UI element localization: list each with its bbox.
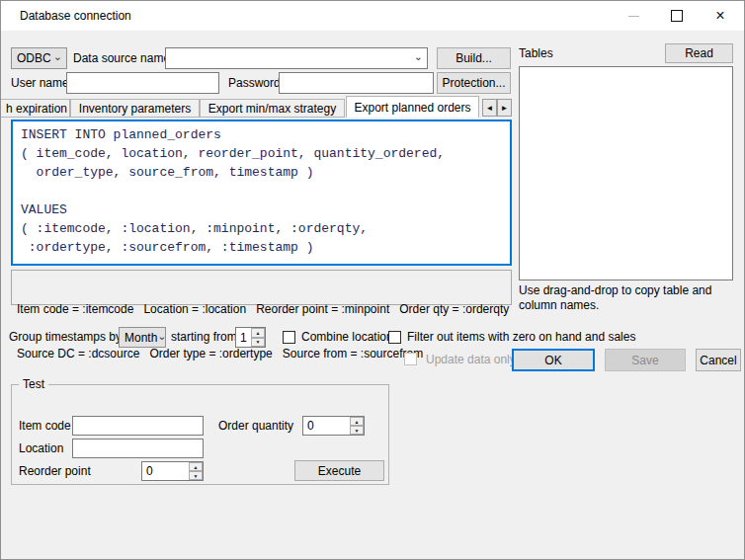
reorder-point-input[interactable] bbox=[142, 462, 189, 480]
spin-up-icon: ▲ bbox=[355, 419, 360, 425]
spin-up-button[interactable]: ▲ bbox=[350, 417, 364, 426]
order-quantity-stepper: ▲ ▼ bbox=[302, 416, 365, 436]
filter-zero-checkbox[interactable] bbox=[388, 331, 401, 344]
spin-up-icon: ▲ bbox=[194, 464, 199, 470]
location-label: Location bbox=[19, 439, 63, 458]
driver-select[interactable]: ODBC ⌄ bbox=[11, 47, 67, 69]
tables-listbox[interactable] bbox=[519, 66, 733, 280]
tab-expiration[interactable]: h expiration bbox=[1, 99, 70, 118]
update-data-only-checkbox bbox=[404, 353, 417, 365]
tab-export-minmax-strategy[interactable]: Export min/max strategy bbox=[200, 99, 345, 118]
arrow-left-icon: ◄ bbox=[486, 104, 494, 113]
cancel-button[interactable]: Cancel bbox=[696, 349, 741, 371]
close-icon: × bbox=[715, 8, 724, 24]
tab-scroll-right-button[interactable]: ► bbox=[497, 99, 512, 117]
minimize-button[interactable] bbox=[618, 1, 649, 31]
test-group-title: Test bbox=[19, 377, 48, 391]
tab-scroll-left-button[interactable]: ◄ bbox=[482, 99, 497, 117]
chevron-down-icon: ⌄ bbox=[414, 51, 427, 61]
spin-down-icon: ▼ bbox=[256, 339, 261, 345]
order-quantity-input[interactable] bbox=[303, 417, 350, 435]
group-timestamps-select[interactable]: Month ⌄ bbox=[119, 327, 166, 348]
dialog-body: ODBC ⌄ Data source name ⌄ Build... User … bbox=[1, 31, 744, 559]
maximize-button[interactable] bbox=[661, 1, 693, 31]
item-code-label: Item code bbox=[19, 416, 71, 436]
reorder-point-label: Reorder point bbox=[19, 461, 91, 481]
data-source-label: Data source name bbox=[73, 47, 170, 69]
password-input[interactable] bbox=[279, 72, 434, 94]
user-name-input[interactable] bbox=[66, 72, 219, 94]
title-bar: Database connection × bbox=[1, 1, 744, 31]
tables-hint: Use drag-and-drop to copy table and colu… bbox=[519, 283, 742, 313]
user-name-label: User name bbox=[11, 72, 69, 94]
reorder-point-stepper: ▲ ▼ bbox=[141, 461, 204, 481]
read-button[interactable]: Read bbox=[665, 43, 733, 63]
order-quantity-label: Order quantity bbox=[218, 416, 293, 436]
minimize-icon bbox=[628, 16, 639, 17]
maximize-icon bbox=[671, 10, 683, 22]
tables-label: Tables bbox=[519, 43, 553, 63]
arrow-right-icon: ► bbox=[501, 104, 509, 113]
save-button: Save bbox=[605, 349, 686, 371]
spin-up-button[interactable]: ▲ bbox=[251, 328, 265, 338]
driver-select-value: ODBC bbox=[17, 51, 51, 65]
spin-up-button[interactable]: ▲ bbox=[189, 462, 203, 471]
close-button[interactable]: × bbox=[704, 1, 736, 31]
group-timestamps-label: Group timestamps by bbox=[9, 327, 122, 348]
combine-locations-checkbox[interactable] bbox=[283, 331, 295, 344]
mapping-legend: Item code = :itemcode Location = :locati… bbox=[11, 270, 512, 305]
spin-down-icon: ▼ bbox=[194, 473, 199, 479]
spin-up-icon: ▲ bbox=[256, 330, 261, 336]
starting-from-input[interactable] bbox=[236, 328, 251, 347]
window-title: Database connection bbox=[20, 1, 131, 31]
tab-inventory-parameters[interactable]: Inventory parameters bbox=[70, 99, 200, 118]
group-timestamps-value: Month bbox=[124, 331, 157, 345]
starting-from-stepper: ▲ ▼ bbox=[235, 327, 266, 348]
spin-down-button[interactable]: ▼ bbox=[189, 471, 203, 480]
chevron-down-icon: ⌄ bbox=[157, 331, 170, 341]
location-input[interactable] bbox=[72, 439, 204, 458]
spin-down-button[interactable]: ▼ bbox=[350, 426, 364, 435]
combine-locations-label: Combine locations bbox=[301, 327, 399, 348]
spin-down-icon: ▼ bbox=[355, 428, 360, 434]
data-source-combobox[interactable]: ⌄ bbox=[165, 47, 428, 69]
ok-button[interactable]: OK bbox=[512, 349, 595, 371]
protection-button[interactable]: Protection... bbox=[437, 72, 511, 94]
sql-editor[interactable]: INSERT INTO planned_orders ( item_code, … bbox=[11, 120, 512, 266]
execute-button[interactable]: Execute bbox=[294, 460, 384, 481]
mapping-legend-line1: Item code = :itemcode Location = :locati… bbox=[17, 302, 506, 317]
build-button[interactable]: Build... bbox=[437, 47, 511, 69]
spin-down-button[interactable]: ▼ bbox=[251, 338, 265, 348]
item-code-input[interactable] bbox=[72, 416, 204, 436]
update-data-only-label: Update data only bbox=[426, 349, 516, 371]
chevron-down-icon: ⌄ bbox=[53, 51, 66, 61]
tab-export-planned-orders[interactable]: Export planned orders bbox=[346, 96, 479, 118]
filter-zero-label: Filter out items with zero on hand and s… bbox=[407, 327, 635, 348]
starting-from-label: starting from bbox=[171, 327, 237, 348]
password-label: Password bbox=[228, 72, 281, 94]
database-connection-dialog: Database connection × ODBC ⌄ Data source… bbox=[0, 0, 745, 560]
